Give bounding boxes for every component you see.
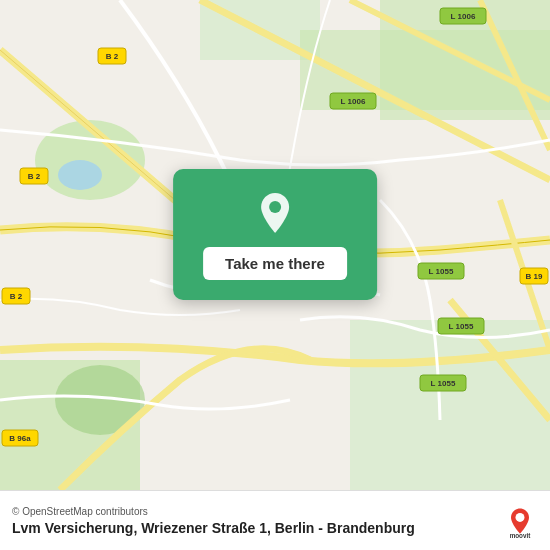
svg-text:B 2: B 2	[28, 172, 41, 181]
svg-text:L 1006: L 1006	[451, 12, 476, 21]
take-me-there-button[interactable]: Take me there	[203, 247, 347, 280]
footer: © OpenStreetMap contributors Lvm Versich…	[0, 490, 550, 550]
footer-left: © OpenStreetMap contributors Lvm Versich…	[12, 506, 492, 536]
svg-text:L 1055: L 1055	[431, 379, 456, 388]
map-container: B 2 B 2 B 2 L 1006 L 1006 L 1055 L 1055 …	[0, 0, 550, 490]
svg-point-38	[516, 512, 525, 521]
moovit-logo: moovit	[502, 503, 538, 539]
svg-text:moovit: moovit	[510, 532, 532, 539]
svg-text:B 2: B 2	[10, 292, 23, 301]
svg-text:L 1055: L 1055	[429, 267, 454, 276]
map-popup: Take me there	[173, 169, 377, 300]
location-title: Lvm Versicherung, Wriezener Straße 1, Be…	[12, 520, 492, 536]
svg-point-36	[269, 201, 281, 213]
svg-rect-6	[350, 320, 550, 490]
osm-attribution: © OpenStreetMap contributors	[12, 506, 492, 517]
svg-text:L 1006: L 1006	[341, 97, 366, 106]
svg-text:B 19: B 19	[526, 272, 543, 281]
location-pin-icon	[251, 189, 299, 237]
svg-point-8	[58, 160, 102, 190]
moovit-icon: moovit	[502, 503, 538, 539]
svg-text:B 96a: B 96a	[9, 434, 31, 443]
svg-text:B 2: B 2	[106, 52, 119, 61]
svg-text:L 1055: L 1055	[449, 322, 474, 331]
